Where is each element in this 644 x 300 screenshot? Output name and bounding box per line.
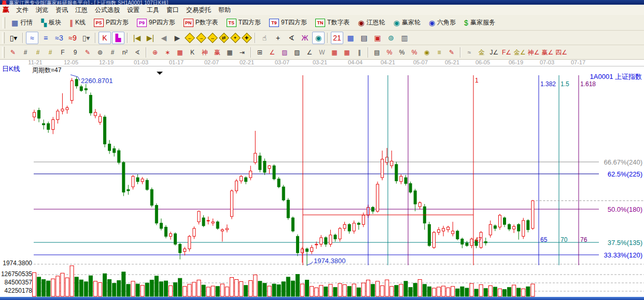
protractor-icon[interactable]: ∢ bbox=[132, 47, 143, 58]
save-icon[interactable]: ▣ bbox=[371, 32, 384, 44]
sectors-button[interactable]: ▚板块 bbox=[37, 16, 65, 29]
span-arrows-icon[interactable]: ⇥ bbox=[236, 47, 248, 58]
tick-chart-icon[interactable]: ▙ bbox=[112, 32, 124, 44]
gann-wheel-icon: ◉ bbox=[358, 19, 364, 26]
menu-item-6[interactable]: 设置 bbox=[123, 5, 143, 16]
wave-chart-icon[interactable]: ≈ bbox=[26, 32, 38, 44]
menu-item-1[interactable]: 文件 bbox=[12, 5, 32, 16]
menu-item-8[interactable]: 窗口 bbox=[163, 5, 183, 16]
web-sync-icon[interactable]: ⊚ bbox=[385, 32, 397, 44]
calculator-icon[interactable]: ▦ bbox=[344, 32, 357, 44]
period-selector[interactable]: ▯▾ bbox=[7, 32, 20, 44]
menu-item-9[interactable]: 交易委托 bbox=[183, 5, 215, 16]
gann-wheel-button[interactable]: ◉江恩轮 bbox=[354, 16, 389, 29]
ying-angle-icon[interactable]: 赢∠ bbox=[541, 47, 554, 58]
compass-icon[interactable]: ⊚ bbox=[94, 47, 106, 58]
p-number-table-button[interactable]: PNP数字表 bbox=[179, 16, 222, 29]
expand-horizontal-icon[interactable]: ↔ bbox=[207, 33, 218, 43]
red-marker-icon[interactable]: ✎ bbox=[82, 47, 93, 58]
wave-av-icon[interactable]: ≈ bbox=[464, 47, 475, 58]
black-grid-icon[interactable]: # bbox=[107, 47, 118, 58]
f-angle-icon[interactable]: F∠ bbox=[501, 47, 512, 58]
menu-item-4[interactable]: 江恩 bbox=[72, 5, 91, 16]
grid-ruler-icon[interactable]: # bbox=[20, 47, 31, 58]
red-grid-icon[interactable]: ▦ bbox=[329, 47, 340, 58]
angle-measure-icon[interactable]: ∢ bbox=[285, 32, 298, 44]
j-angle-icon[interactable]: J∠ bbox=[488, 47, 500, 58]
kline-button[interactable]: ∥K线 bbox=[65, 16, 90, 29]
circle-cross-icon[interactable]: ⊕ bbox=[149, 47, 161, 58]
nine-t-square-button[interactable]: T99T四方形 bbox=[265, 16, 311, 29]
compress-horizontal-icon[interactable]: ⇄ bbox=[219, 33, 229, 43]
percent-table-icon[interactable]: ▤ bbox=[371, 47, 383, 58]
shen-grid-icon[interactable]: 神 bbox=[199, 47, 211, 58]
menu-item-3[interactable]: 资讯 bbox=[52, 5, 72, 16]
ribbon-tool-icon[interactable]: Ж bbox=[299, 32, 311, 44]
expand-all-icon[interactable]: + bbox=[230, 33, 241, 43]
chart-area[interactable]: 11-2112-0512-1901-0301-1702-0702-2103-07… bbox=[0, 60, 644, 297]
fit-all-icon[interactable]: ✚ bbox=[242, 33, 252, 43]
t-number-table-button[interactable]: TNT数字表 bbox=[311, 16, 354, 29]
dark-net-icon[interactable]: ▦ bbox=[224, 47, 235, 58]
menu-item-5[interactable]: 公式选股 bbox=[91, 5, 123, 16]
gold-levels-icon[interactable]: ≡ bbox=[433, 47, 445, 58]
f-grid-icon[interactable]: F bbox=[57, 47, 68, 58]
winner-wheel-button[interactable]: ◉赢家轮 bbox=[389, 16, 425, 29]
gold-grid2-icon[interactable]: # bbox=[45, 47, 56, 58]
last-page-icon[interactable]: ▶| bbox=[144, 32, 157, 44]
red-fan-icon[interactable]: ∠ bbox=[267, 47, 278, 58]
shen-angle-icon[interactable]: 神∠ bbox=[527, 47, 540, 58]
scroll-right-icon[interactable]: → bbox=[196, 33, 206, 43]
print-icon[interactable]: ▥ bbox=[398, 32, 411, 44]
brain-map-icon[interactable]: ◉ bbox=[312, 32, 325, 44]
scroll-left-icon[interactable]: ← bbox=[185, 33, 195, 43]
red-net-icon[interactable]: ▦ bbox=[174, 47, 186, 58]
hand-tool-icon[interactable]: ☝ bbox=[258, 32, 271, 44]
next-page-icon[interactable]: ▶ bbox=[171, 32, 184, 44]
k-marks-icon[interactable]: K bbox=[187, 47, 198, 58]
p-square-button[interactable]: PSP四方形 bbox=[90, 16, 133, 29]
percent-icon[interactable]: % bbox=[396, 47, 408, 58]
info-list-icon[interactable]: ≡ bbox=[39, 32, 52, 44]
arrow-pencil-icon[interactable]: ✎ bbox=[446, 47, 457, 58]
candle-style-selector[interactable]: ▯▾ bbox=[80, 32, 92, 44]
first-page-icon[interactable]: |◀ bbox=[131, 32, 143, 44]
gold-angle-icon[interactable]: 金∠ bbox=[513, 47, 526, 58]
nine-p-square-button[interactable]: P99P四方形 bbox=[133, 16, 179, 29]
quotes-button[interactable]: ▦行情 bbox=[7, 16, 37, 29]
gold-box-icon[interactable]: 金 bbox=[476, 47, 487, 58]
menu-item-7[interactable]: 工具 bbox=[143, 5, 163, 16]
si-angle-icon[interactable]: 四∠ bbox=[555, 47, 568, 58]
hexagon-button[interactable]: ◉六角形 bbox=[425, 16, 460, 29]
gold-circle-icon[interactable]: ◉ bbox=[421, 47, 432, 58]
t-square-button[interactable]: TST四方形 bbox=[222, 16, 265, 29]
prev-page-icon[interactable]: ◀ bbox=[158, 32, 170, 44]
percent-line-icon[interactable]: % bbox=[409, 47, 420, 58]
toolbar-grip[interactable] bbox=[3, 17, 5, 29]
calendar-icon[interactable]: 21 bbox=[331, 32, 343, 44]
crosshair-tool-icon[interactable]: + bbox=[272, 32, 284, 44]
red-pencil-icon[interactable]: ✎ bbox=[7, 47, 19, 58]
ray-lines-icon[interactable]: ∠ bbox=[304, 47, 315, 58]
n-square-icon[interactable]: n² bbox=[119, 47, 131, 58]
nine-grid-icon[interactable]: 9 bbox=[69, 47, 81, 58]
toolbar-grip[interactable] bbox=[2, 32, 5, 44]
dark-fan-icon[interactable]: ▨ bbox=[291, 47, 303, 58]
purple-fan-icon[interactable]: ▨ bbox=[279, 47, 290, 58]
menu-item-10[interactable]: 帮助 bbox=[215, 5, 234, 16]
notepad-icon[interactable]: ▤ bbox=[358, 32, 370, 44]
gold-grid-icon[interactable]: # bbox=[32, 47, 44, 58]
star-tool-icon[interactable]: ∗ bbox=[162, 47, 173, 58]
wave3-icon[interactable]: ≈3 bbox=[53, 32, 65, 44]
red-percent-icon[interactable]: % bbox=[384, 47, 395, 58]
zigzag-icon[interactable]: W bbox=[316, 47, 328, 58]
box-tool-icon[interactable]: ⊞ bbox=[254, 47, 265, 58]
red-grid2-icon[interactable]: ▦ bbox=[341, 47, 353, 58]
ying-grid-icon[interactable]: 赢 bbox=[212, 47, 223, 58]
slant-lines-icon[interactable]: ∥ bbox=[354, 47, 365, 58]
toolbar-grip[interactable] bbox=[2, 47, 5, 58]
red-kline-icon[interactable]: K bbox=[99, 32, 111, 44]
menu-item-2[interactable]: 浏览 bbox=[32, 5, 52, 16]
wave9-icon[interactable]: ≈9 bbox=[66, 32, 79, 44]
winner-service-button[interactable]: $赢家服务 bbox=[460, 16, 499, 29]
